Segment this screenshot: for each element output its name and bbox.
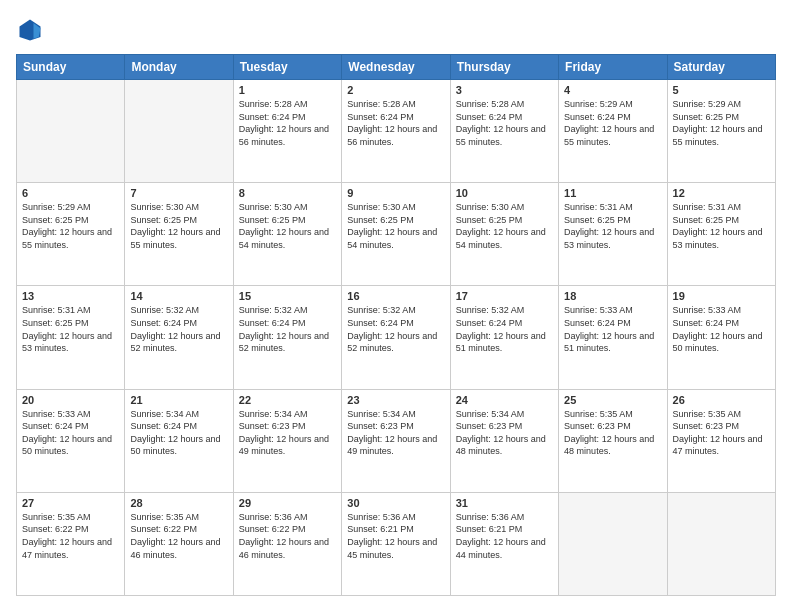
calendar-cell: 28Sunrise: 5:35 AM Sunset: 6:22 PM Dayli… — [125, 492, 233, 595]
day-number: 18 — [564, 290, 661, 302]
calendar-cell: 25Sunrise: 5:35 AM Sunset: 6:23 PM Dayli… — [559, 389, 667, 492]
weekday-header-sunday: Sunday — [17, 55, 125, 80]
day-info: Sunrise: 5:28 AM Sunset: 6:24 PM Dayligh… — [456, 98, 553, 148]
day-number: 10 — [456, 187, 553, 199]
day-info: Sunrise: 5:31 AM Sunset: 6:25 PM Dayligh… — [673, 201, 770, 251]
calendar-cell: 29Sunrise: 5:36 AM Sunset: 6:22 PM Dayli… — [233, 492, 341, 595]
day-number: 19 — [673, 290, 770, 302]
calendar-cell: 13Sunrise: 5:31 AM Sunset: 6:25 PM Dayli… — [17, 286, 125, 389]
calendar-cell: 9Sunrise: 5:30 AM Sunset: 6:25 PM Daylig… — [342, 183, 450, 286]
day-number: 23 — [347, 394, 444, 406]
day-info: Sunrise: 5:34 AM Sunset: 6:23 PM Dayligh… — [347, 408, 444, 458]
logo-icon — [16, 16, 44, 44]
day-info: Sunrise: 5:35 AM Sunset: 6:22 PM Dayligh… — [130, 511, 227, 561]
calendar-cell: 2Sunrise: 5:28 AM Sunset: 6:24 PM Daylig… — [342, 80, 450, 183]
day-number: 11 — [564, 187, 661, 199]
day-info: Sunrise: 5:36 AM Sunset: 6:21 PM Dayligh… — [347, 511, 444, 561]
day-info: Sunrise: 5:36 AM Sunset: 6:21 PM Dayligh… — [456, 511, 553, 561]
day-number: 6 — [22, 187, 119, 199]
day-number: 7 — [130, 187, 227, 199]
header — [16, 16, 776, 44]
calendar-cell: 17Sunrise: 5:32 AM Sunset: 6:24 PM Dayli… — [450, 286, 558, 389]
calendar-cell: 8Sunrise: 5:30 AM Sunset: 6:25 PM Daylig… — [233, 183, 341, 286]
day-number: 5 — [673, 84, 770, 96]
calendar-table: SundayMondayTuesdayWednesdayThursdayFrid… — [16, 54, 776, 596]
weekday-header-wednesday: Wednesday — [342, 55, 450, 80]
weekday-header-thursday: Thursday — [450, 55, 558, 80]
day-number: 28 — [130, 497, 227, 509]
day-info: Sunrise: 5:29 AM Sunset: 6:25 PM Dayligh… — [673, 98, 770, 148]
calendar-cell: 1Sunrise: 5:28 AM Sunset: 6:24 PM Daylig… — [233, 80, 341, 183]
day-number: 29 — [239, 497, 336, 509]
weekday-header-monday: Monday — [125, 55, 233, 80]
calendar-cell: 10Sunrise: 5:30 AM Sunset: 6:25 PM Dayli… — [450, 183, 558, 286]
calendar-cell: 16Sunrise: 5:32 AM Sunset: 6:24 PM Dayli… — [342, 286, 450, 389]
week-row-1: 1Sunrise: 5:28 AM Sunset: 6:24 PM Daylig… — [17, 80, 776, 183]
calendar-cell: 6Sunrise: 5:29 AM Sunset: 6:25 PM Daylig… — [17, 183, 125, 286]
day-number: 4 — [564, 84, 661, 96]
day-info: Sunrise: 5:35 AM Sunset: 6:23 PM Dayligh… — [564, 408, 661, 458]
weekday-header-friday: Friday — [559, 55, 667, 80]
calendar-cell: 31Sunrise: 5:36 AM Sunset: 6:21 PM Dayli… — [450, 492, 558, 595]
day-number: 15 — [239, 290, 336, 302]
day-number: 22 — [239, 394, 336, 406]
day-number: 12 — [673, 187, 770, 199]
day-number: 1 — [239, 84, 336, 96]
calendar-cell: 18Sunrise: 5:33 AM Sunset: 6:24 PM Dayli… — [559, 286, 667, 389]
day-info: Sunrise: 5:31 AM Sunset: 6:25 PM Dayligh… — [564, 201, 661, 251]
day-info: Sunrise: 5:34 AM Sunset: 6:23 PM Dayligh… — [239, 408, 336, 458]
calendar-cell: 4Sunrise: 5:29 AM Sunset: 6:24 PM Daylig… — [559, 80, 667, 183]
calendar-cell: 19Sunrise: 5:33 AM Sunset: 6:24 PM Dayli… — [667, 286, 775, 389]
day-info: Sunrise: 5:33 AM Sunset: 6:24 PM Dayligh… — [673, 304, 770, 354]
week-row-5: 27Sunrise: 5:35 AM Sunset: 6:22 PM Dayli… — [17, 492, 776, 595]
day-info: Sunrise: 5:30 AM Sunset: 6:25 PM Dayligh… — [347, 201, 444, 251]
calendar-cell: 7Sunrise: 5:30 AM Sunset: 6:25 PM Daylig… — [125, 183, 233, 286]
calendar-cell: 27Sunrise: 5:35 AM Sunset: 6:22 PM Dayli… — [17, 492, 125, 595]
day-number: 8 — [239, 187, 336, 199]
day-number: 20 — [22, 394, 119, 406]
logo — [16, 16, 48, 44]
calendar-cell: 26Sunrise: 5:35 AM Sunset: 6:23 PM Dayli… — [667, 389, 775, 492]
calendar-cell: 22Sunrise: 5:34 AM Sunset: 6:23 PM Dayli… — [233, 389, 341, 492]
day-info: Sunrise: 5:32 AM Sunset: 6:24 PM Dayligh… — [347, 304, 444, 354]
calendar-cell: 30Sunrise: 5:36 AM Sunset: 6:21 PM Dayli… — [342, 492, 450, 595]
day-info: Sunrise: 5:33 AM Sunset: 6:24 PM Dayligh… — [564, 304, 661, 354]
day-info: Sunrise: 5:30 AM Sunset: 6:25 PM Dayligh… — [239, 201, 336, 251]
calendar-cell: 14Sunrise: 5:32 AM Sunset: 6:24 PM Dayli… — [125, 286, 233, 389]
weekday-header-saturday: Saturday — [667, 55, 775, 80]
day-info: Sunrise: 5:35 AM Sunset: 6:23 PM Dayligh… — [673, 408, 770, 458]
calendar-cell: 5Sunrise: 5:29 AM Sunset: 6:25 PM Daylig… — [667, 80, 775, 183]
day-number: 27 — [22, 497, 119, 509]
day-number: 13 — [22, 290, 119, 302]
day-info: Sunrise: 5:36 AM Sunset: 6:22 PM Dayligh… — [239, 511, 336, 561]
calendar-cell: 15Sunrise: 5:32 AM Sunset: 6:24 PM Dayli… — [233, 286, 341, 389]
weekday-header-tuesday: Tuesday — [233, 55, 341, 80]
calendar-cell: 24Sunrise: 5:34 AM Sunset: 6:23 PM Dayli… — [450, 389, 558, 492]
day-info: Sunrise: 5:32 AM Sunset: 6:24 PM Dayligh… — [239, 304, 336, 354]
day-number: 2 — [347, 84, 444, 96]
day-info: Sunrise: 5:29 AM Sunset: 6:24 PM Dayligh… — [564, 98, 661, 148]
day-number: 26 — [673, 394, 770, 406]
day-number: 14 — [130, 290, 227, 302]
day-number: 25 — [564, 394, 661, 406]
day-info: Sunrise: 5:29 AM Sunset: 6:25 PM Dayligh… — [22, 201, 119, 251]
day-info: Sunrise: 5:32 AM Sunset: 6:24 PM Dayligh… — [130, 304, 227, 354]
calendar-cell — [559, 492, 667, 595]
calendar-cell: 21Sunrise: 5:34 AM Sunset: 6:24 PM Dayli… — [125, 389, 233, 492]
day-number: 16 — [347, 290, 444, 302]
day-info: Sunrise: 5:30 AM Sunset: 6:25 PM Dayligh… — [456, 201, 553, 251]
day-info: Sunrise: 5:35 AM Sunset: 6:22 PM Dayligh… — [22, 511, 119, 561]
day-number: 21 — [130, 394, 227, 406]
calendar-cell: 3Sunrise: 5:28 AM Sunset: 6:24 PM Daylig… — [450, 80, 558, 183]
calendar-cell: 20Sunrise: 5:33 AM Sunset: 6:24 PM Dayli… — [17, 389, 125, 492]
day-number: 3 — [456, 84, 553, 96]
week-row-3: 13Sunrise: 5:31 AM Sunset: 6:25 PM Dayli… — [17, 286, 776, 389]
day-info: Sunrise: 5:34 AM Sunset: 6:24 PM Dayligh… — [130, 408, 227, 458]
calendar-cell: 23Sunrise: 5:34 AM Sunset: 6:23 PM Dayli… — [342, 389, 450, 492]
day-number: 9 — [347, 187, 444, 199]
day-info: Sunrise: 5:32 AM Sunset: 6:24 PM Dayligh… — [456, 304, 553, 354]
day-number: 30 — [347, 497, 444, 509]
week-row-2: 6Sunrise: 5:29 AM Sunset: 6:25 PM Daylig… — [17, 183, 776, 286]
calendar-cell — [17, 80, 125, 183]
calendar-cell: 11Sunrise: 5:31 AM Sunset: 6:25 PM Dayli… — [559, 183, 667, 286]
